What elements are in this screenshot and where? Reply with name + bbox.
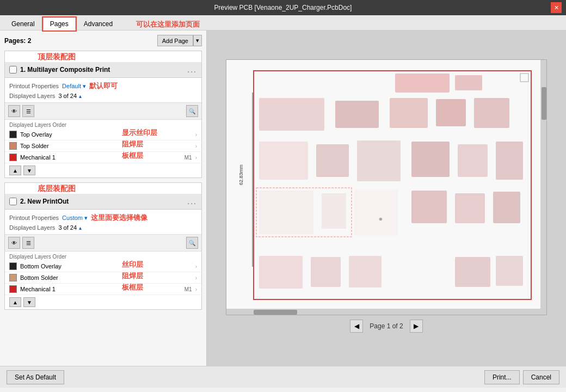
printout-2-name: 2. New PrintOut [20,198,184,205]
next-page-button[interactable]: ▶ [410,320,423,333]
mechanical-1-bottom-arrow[interactable]: › [195,286,197,292]
add-page-dropdown-button[interactable]: ▾ [193,35,202,46]
list-icon-btn-2[interactable]: ☰ [22,237,34,249]
prop-row-displayed-layers: Displayed Layers 3 of 24 ▴ [9,93,197,99]
preview-nav: ◀ Page 1 of 2 ▶ [346,315,427,337]
top-overlay-color [9,131,17,138]
move-up-btn-2[interactable]: ▲ [9,297,21,307]
prop-row-printout-properties-2: Printout Properties Custom ▾ 这里面要选择镜像 [9,213,197,223]
printout-1-layers-toolbar: 👁 ☰ 🔍 [5,102,201,120]
pages-count-label: Pages: 2 [4,37,31,45]
printout-props-label-2: Printout Properties [9,215,59,221]
printout-2-checkbox[interactable] [9,198,17,205]
layers-order-label-1: Displayed Layers Order [5,120,201,129]
printout-props-label: Printout Properties [9,83,59,89]
mechanical-1-tag: M1 [184,155,192,161]
top-overlay-name: Top Overlay [20,131,189,138]
add-page-control: Add Page ▾ [157,35,202,46]
svg-rect-25 [311,257,341,287]
displayed-layers-arrow[interactable]: ▴ [79,93,82,99]
title-bar: Preview PCB [Venaone_2UP_Charger.PcbDoc]… [0,0,566,15]
printout-2-menu[interactable]: ... [187,197,197,206]
cancel-button[interactable]: Cancel [523,370,559,384]
displayed-layers-label: Displayed Layers [9,93,55,99]
layer-row-mechanical-1: Mechanical 1 M1 › 板框层 [5,152,201,163]
list-icon-btn-1[interactable]: ☰ [22,105,34,117]
svg-rect-18 [322,193,346,229]
top-solder-name: Top Solder [20,143,189,149]
main-layout: Pages: 2 Add Page ▾ 顶层装配图 1. Multilayer … [0,30,566,366]
svg-rect-13 [357,140,401,181]
left-panel: Pages: 2 Add Page ▾ 顶层装配图 1. Multilayer … [0,30,207,366]
printout-props-dropdown-2[interactable]: Custom ▾ [62,215,88,222]
printout-props-dropdown[interactable]: Default ▾ [62,83,86,90]
bottom-solder-arrow[interactable]: › [195,275,197,281]
print-button[interactable]: Print... [484,370,520,384]
top-solder-arrow[interactable]: › [195,143,197,149]
bottom-overlay-arrow[interactable]: › [195,264,197,270]
prev-page-button[interactable]: ◀ [350,320,363,333]
prop-row-displayed-layers-2: Displayed Layers 3 of 24 ▴ [9,224,197,231]
svg-rect-23 [493,192,520,223]
svg-rect-8 [390,98,428,128]
bottom-overlay-name: Bottom Overlay [20,263,192,270]
displayed-layers-label-2: Displayed Layers [9,224,55,231]
layer-row-bottom-overlay: Bottom Overlay › 丝印层 [5,261,201,272]
list-icon: ☰ [26,108,31,114]
annotation-add-page: 可以在这里添加页面 [136,20,200,29]
top-overlay-arrow[interactable]: › [195,132,197,138]
printout-1-section: 顶层装配图 1. Multilayer Composite Print ... … [4,51,202,178]
prop-row-printout-properties: Printout Properties Default ▾ 默认即可 [9,81,197,91]
close-button[interactable]: ✕ [551,2,562,13]
svg-rect-17 [259,191,313,234]
mechanical-1-arrow[interactable]: › [195,155,197,161]
annotation-default-ok: 默认即可 [89,81,118,91]
displayed-layers-value-2: 3 of 24 ▴ [58,224,82,231]
displayed-layers-arrow-2[interactable]: ▴ [79,225,82,231]
annotation-mirror-note: 这里面要选择镜像 [91,213,147,223]
printout-1-checkbox[interactable] [9,66,17,74]
visibility-toggle-1[interactable]: 👁 [8,105,20,117]
pages-header: Pages: 2 Add Page ▾ [4,35,202,46]
svg-text:⊕: ⊕ [379,217,383,222]
annotation-bottom-assembly: 底层装配图 [38,183,207,194]
svg-rect-15 [458,144,488,177]
annotation-top-assembly: 顶层装配图 [38,51,207,62]
layer-row-top-solder: Top Solder › 阻焊层 [5,140,201,152]
svg-rect-10 [474,98,509,128]
search-btn-2[interactable]: 🔍 [186,237,198,249]
mechanical-1-bottom-color [9,285,17,293]
move-down-btn-1[interactable]: ▼ [23,166,35,175]
move-up-btn-1[interactable]: ▲ [9,166,21,175]
tab-general[interactable]: General [4,17,42,30]
svg-rect-26 [349,256,382,287]
move-buttons-1: ▲ ▼ [5,163,201,177]
printout-2-header: 2. New PrintOut ... [5,194,201,210]
svg-rect-38 [254,310,297,315]
tab-advanced[interactable]: Advanced [77,17,120,30]
search-btn-1[interactable]: 🔍 [186,105,198,117]
pcb-preview: 62.83mm [226,59,547,315]
list-icon-2: ☰ [26,240,31,246]
printout-1-props: Printout Properties Default ▾ 默认即可 Displ… [5,78,201,102]
svg-rect-24 [259,256,303,289]
printout-1-name: 1. Multilayer Composite Print [20,66,184,74]
svg-rect-6 [259,98,324,131]
add-page-button[interactable]: Add Page [157,35,193,46]
svg-rect-21 [411,191,447,223]
mechanical-1-bottom-name: Mechanical 1 [20,286,181,292]
move-down-btn-2[interactable]: ▼ [23,297,35,307]
visibility-toggle-2[interactable]: 👁 [8,237,20,249]
svg-rect-11 [259,142,308,180]
title-bar-title: Preview PCB [Venaone_2UP_Charger.PcbDoc] [15,4,551,11]
set-default-button[interactable]: Set As Default [7,370,64,384]
pcb-svg: 62.83mm [226,60,547,315]
displayed-layers-value: 3 of 24 ▴ [58,93,82,99]
printout-1-menu[interactable]: ... [187,65,197,74]
mechanical-1-name: Mechanical 1 [20,154,181,161]
move-buttons-2: ▲ ▼ [5,295,201,309]
tabs-bar: General Pages Advanced 可以在这里添加页面 [0,15,566,30]
tab-pages[interactable]: Pages [43,17,76,30]
svg-rect-22 [455,193,485,223]
svg-text:62.83mm: 62.83mm [238,164,244,185]
